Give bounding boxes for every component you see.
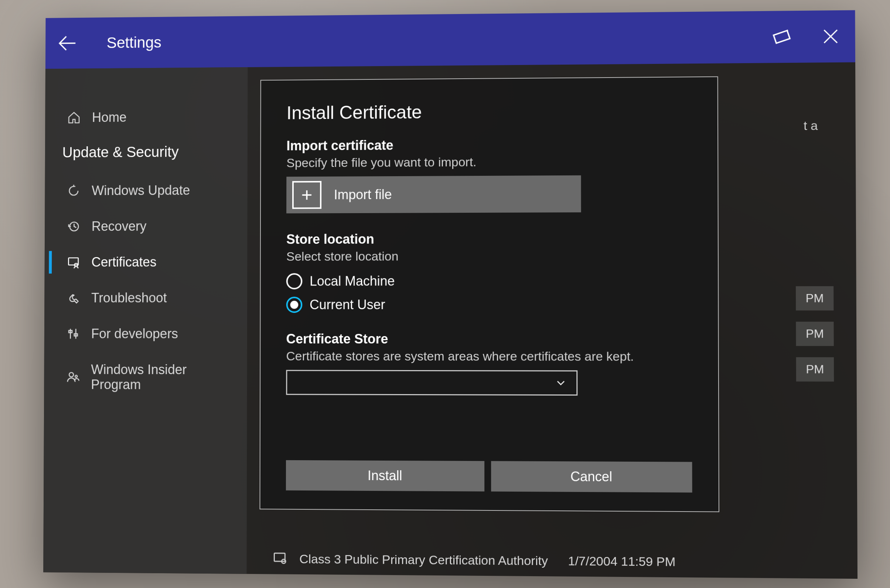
radio-icon	[286, 297, 302, 313]
sidebar-item-label: Recovery	[91, 219, 146, 234]
sidebar: Home Update & Security Windows Update	[43, 67, 248, 574]
store-location-subtitle: Select store location	[286, 249, 691, 264]
radio-icon	[286, 273, 302, 290]
person-icon	[65, 370, 80, 384]
cert-store-subtitle: Certificate stores are system areas wher…	[286, 349, 692, 364]
svg-point-14	[75, 375, 77, 378]
home-icon	[66, 110, 81, 125]
background-rows: PM PM PM	[796, 286, 834, 381]
window-title: Settings	[107, 34, 161, 52]
import-file-button[interactable]: + Import file	[286, 176, 581, 213]
sidebar-item-for-developers[interactable]: For developers	[44, 317, 247, 350]
window-body: Home Update & Security Windows Update	[43, 62, 857, 579]
tools-icon	[66, 327, 80, 341]
svg-rect-15	[274, 553, 285, 561]
radio-local-machine[interactable]: Local Machine	[286, 273, 691, 289]
sidebar-item-label: Certificates	[91, 255, 156, 270]
background-partial-text: t a	[803, 118, 818, 133]
sidebar-item-label: For developers	[91, 326, 178, 342]
import-section-subtitle: Specify the file you want to import.	[286, 154, 691, 170]
sidebar-item-label: Home	[92, 110, 126, 125]
dialog-title: Install Certificate	[286, 99, 691, 123]
chevron-down-icon	[554, 376, 567, 390]
dialog-actions: Install Cancel	[285, 460, 692, 493]
import-file-label: Import file	[334, 187, 392, 202]
plus-icon: +	[292, 181, 321, 209]
cancel-button[interactable]: Cancel	[491, 461, 692, 492]
background-cert-time: 1/7/2004 11:59 PM	[568, 554, 675, 569]
background-row: PM	[796, 322, 834, 346]
install-certificate-dialog: Install Certificate Import certificate S…	[260, 76, 719, 512]
import-section-title: Import certificate	[286, 136, 691, 154]
install-button-label: Install	[367, 468, 402, 484]
svg-point-13	[69, 373, 74, 377]
sidebar-item-windows-update[interactable]: Windows Update	[45, 174, 247, 207]
sidebar-item-label: Windows Update	[92, 183, 190, 198]
certificate-row-icon	[272, 550, 288, 567]
radio-current-user[interactable]: Current User	[286, 296, 692, 313]
close-icon[interactable]	[817, 23, 844, 50]
titlebar-left: Settings	[56, 32, 161, 54]
cancel-button-label: Cancel	[570, 469, 612, 484]
background-cert-name: Class 3 Public Primary Certification Aut…	[299, 551, 548, 568]
resize-window-icon[interactable]	[768, 24, 795, 50]
sidebar-section-header: Update & Security	[45, 136, 247, 172]
radio-label: Current User	[309, 297, 385, 312]
dropdown-value	[296, 382, 554, 382]
sidebar-item-troubleshoot[interactable]: Troubleshoot	[44, 282, 247, 315]
titlebar: Settings	[45, 10, 855, 69]
sidebar-item-label: Troubleshoot	[91, 290, 167, 306]
back-button[interactable]	[56, 32, 78, 54]
sidebar-item-certificates[interactable]: Certificates	[44, 245, 247, 279]
svg-line-8	[77, 267, 78, 268]
content-area: t a PM PM PM Class 3 Public Primary Cert…	[246, 62, 857, 579]
wrench-icon	[66, 291, 80, 306]
background-row: PM	[796, 286, 833, 310]
background-bottom-row: Class 3 Public Primary Certification Aut…	[272, 550, 675, 570]
radio-label: Local Machine	[309, 273, 395, 289]
certificate-icon	[66, 255, 81, 270]
store-location-radio-group: Local Machine Current User	[286, 273, 692, 313]
svg-line-7	[74, 267, 75, 268]
sidebar-item-label: Windows Insider Program	[91, 362, 234, 393]
sidebar-item-home[interactable]: Home	[45, 100, 248, 134]
settings-window: Settings Home	[43, 10, 857, 579]
history-icon	[66, 219, 81, 234]
cert-store-title: Certificate Store	[286, 331, 692, 347]
sync-icon	[66, 184, 81, 198]
install-button[interactable]: Install	[285, 460, 484, 492]
store-location-title: Store location	[286, 231, 691, 247]
background-row: PM	[796, 357, 834, 381]
svg-line-1	[787, 30, 789, 30]
sidebar-item-windows-insider[interactable]: Windows Insider Program	[44, 353, 247, 402]
sidebar-item-recovery[interactable]: Recovery	[44, 209, 247, 243]
certificate-store-dropdown[interactable]	[286, 370, 578, 396]
